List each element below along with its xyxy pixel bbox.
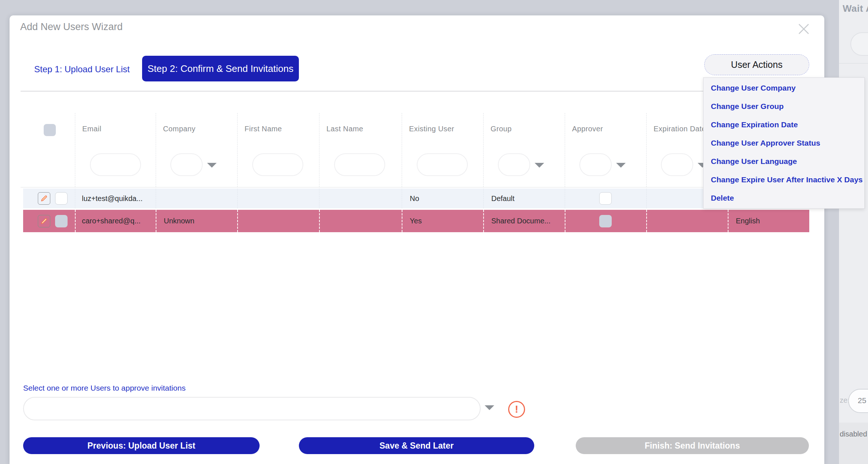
table-row: luz+test@quikda... No Default — [23, 189, 809, 208]
page-size-value: 25 — [858, 396, 866, 405]
approver-checkbox[interactable] — [599, 215, 612, 227]
warning-icon: ! — [508, 401, 525, 418]
background-note-band: disabled u — [839, 423, 868, 464]
table-row-error: caro+shared@q... Unknown Yes Shared Docu… — [23, 210, 809, 232]
approver-select-arrow-icon[interactable] — [485, 405, 494, 410]
column-header-existing-user: Existing User — [409, 125, 454, 133]
menu-item-change-user-language[interactable]: Change User Language — [704, 152, 864, 171]
tabs-divider — [21, 91, 809, 91]
approver-select-input[interactable] — [23, 397, 481, 420]
menu-item-delete[interactable]: Delete — [704, 189, 864, 207]
cell-separator — [565, 210, 565, 232]
column-header-email: Email — [82, 125, 101, 133]
column-header-expiration-date: Expiration Date — [654, 125, 706, 133]
column-separator — [237, 113, 238, 187]
column-separator — [156, 113, 156, 187]
cell-separator — [156, 189, 156, 208]
column-header-last-name: Last Name — [326, 125, 363, 133]
background-divider — [839, 63, 868, 63]
filter-approver-select[interactable] — [579, 153, 612, 176]
filter-company-select[interactable] — [170, 153, 203, 176]
add-new-users-wizard-dialog: Add New Users Wizard Step 1: Upload User… — [10, 15, 824, 464]
cell-separator — [402, 189, 402, 208]
cell-separator — [483, 189, 484, 208]
cell-separator — [156, 210, 156, 232]
cell-group: Shared Docume... — [491, 210, 550, 232]
cell-separator — [237, 189, 238, 208]
column-header-group: Group — [491, 125, 512, 133]
filter-company-arrow-icon[interactable] — [207, 163, 217, 168]
cell-separator — [237, 210, 238, 232]
column-separator — [565, 113, 565, 187]
cell-company: Unknown — [164, 210, 194, 232]
page-size-select[interactable]: 25 — [848, 389, 868, 413]
approver-select-label: Select one or more Users to approve invi… — [23, 384, 185, 392]
row-select-checkbox[interactable] — [55, 215, 68, 227]
menu-item-change-user-group[interactable]: Change User Group — [704, 97, 864, 116]
cell-group: Default — [491, 189, 514, 208]
edit-row-button[interactable] — [38, 215, 50, 227]
table-top-border — [21, 187, 809, 187]
menu-item-change-expiration-date[interactable]: Change Expiration Date — [704, 116, 864, 134]
filter-approver-arrow-icon[interactable] — [616, 163, 626, 168]
user-actions-menu: Change User Company Change User Group Ch… — [703, 77, 865, 209]
cell-email: caro+shared@q... — [82, 210, 141, 232]
edit-row-button[interactable] — [38, 192, 50, 205]
column-separator — [75, 113, 75, 187]
filter-existing-user-input[interactable] — [417, 153, 468, 176]
cell-existing-user: Yes — [410, 210, 422, 232]
cell-separator — [75, 210, 76, 232]
previous-upload-user-list-button[interactable]: Previous: Upload User List — [23, 437, 260, 454]
background-button-fragment — [850, 32, 868, 56]
background-note-fragment: disabled u — [840, 430, 868, 438]
background-page-panel: Wait A ze: 25 disabled u — [839, 0, 868, 464]
pencil-icon — [40, 217, 48, 226]
column-header-first-name: First Name — [245, 125, 282, 133]
cell-separator — [646, 189, 647, 208]
select-all-checkbox[interactable] — [44, 124, 56, 136]
filter-first-name-input[interactable] — [252, 153, 303, 176]
filter-last-name-input[interactable] — [334, 153, 385, 176]
column-header-company: Company — [163, 125, 195, 133]
filter-email-input[interactable] — [90, 153, 141, 176]
menu-item-change-expire-user-after-inactive[interactable]: Change Expire User After Inactive X Days — [704, 171, 864, 189]
screen: Wait A ze: 25 disabled u Add New Users W… — [0, 0, 868, 464]
user-actions-button[interactable]: User Actions — [704, 54, 809, 75]
cell-separator — [319, 189, 319, 208]
cell-separator — [483, 210, 484, 232]
save-and-send-later-button[interactable]: Save & Send Later — [299, 437, 534, 454]
tab-step1-upload-user-list[interactable]: Step 1: Upload User List — [34, 64, 130, 74]
cell-separator — [565, 189, 565, 208]
finish-send-invitations-button[interactable]: Finish: Send Invitations — [576, 437, 809, 454]
cell-separator — [646, 210, 647, 232]
cell-language: English — [736, 210, 760, 232]
background-page-heading: Wait A — [843, 3, 868, 14]
tab-step2-confirm-send[interactable]: Step 2: Confirm & Send Invitations — [142, 56, 299, 81]
cell-existing-user: No — [410, 189, 419, 208]
column-separator — [319, 113, 319, 187]
cell-separator — [402, 210, 402, 232]
filter-group-arrow-icon[interactable] — [535, 163, 544, 168]
column-header-approver: Approver — [572, 125, 603, 133]
approver-checkbox[interactable] — [599, 192, 612, 205]
cell-separator — [319, 210, 320, 232]
dialog-title: Add New Users Wizard — [20, 21, 123, 33]
column-separator — [483, 113, 484, 187]
menu-item-change-user-company[interactable]: Change User Company — [704, 79, 864, 97]
filter-group-select[interactable] — [498, 153, 530, 176]
cell-email: luz+test@quikda... — [82, 189, 142, 208]
column-separator — [402, 113, 402, 187]
column-separator — [646, 113, 647, 187]
pencil-icon — [40, 194, 48, 203]
filter-expiration-date-select[interactable] — [661, 153, 693, 176]
cell-separator — [728, 210, 728, 232]
close-icon[interactable] — [795, 21, 812, 37]
cell-separator — [75, 189, 75, 208]
row-select-checkbox[interactable] — [55, 192, 68, 205]
menu-item-change-user-approver-status[interactable]: Change User Approver Status — [704, 134, 864, 152]
